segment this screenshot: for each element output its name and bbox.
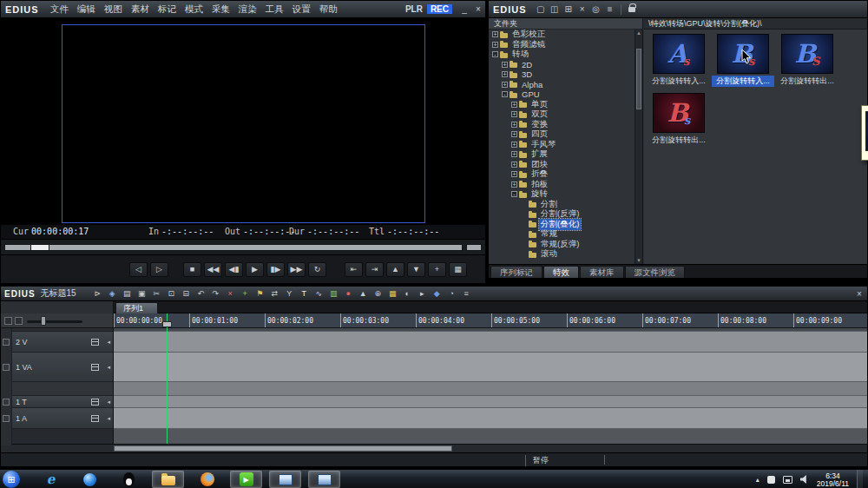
tree-expander-icon[interactable]: + [511, 122, 517, 128]
track-expand-icon[interactable]: ◂ [107, 415, 110, 422]
tree-item[interactable]: + 团块 [489, 160, 635, 170]
audio-track-lane[interactable] [114, 408, 867, 429]
palette-tab[interactable]: 素材库 [580, 266, 624, 278]
track-expand-icon[interactable]: ◂ [107, 339, 110, 346]
tray-app-icon[interactable] [767, 476, 775, 484]
scroll-up-icon[interactable]: ▲ [635, 30, 642, 36]
tree-expander-icon[interactable]: + [511, 142, 517, 148]
timescale-slider-thumb[interactable] [41, 316, 46, 326]
tree-expander-icon[interactable]: - [511, 191, 517, 197]
tree-item[interactable]: 分割(叠化) [489, 220, 635, 230]
effect-thumbnail[interactable]: BS [781, 34, 833, 74]
library-icon[interactable]: ▤ [120, 288, 135, 300]
taskbar-clock[interactable]: 6:34 2019/6/11 [817, 471, 849, 488]
display-mode-button[interactable]: ▦ [449, 262, 467, 277]
track-output-icon[interactable] [91, 415, 99, 422]
menu-item[interactable]: 编辑 [73, 3, 100, 16]
tree-expander-icon[interactable]: + [492, 31, 498, 37]
recorder-mode-button[interactable]: REC [427, 4, 452, 14]
tree-expander-icon[interactable]: + [502, 71, 508, 77]
scrubber-thumb[interactable] [30, 244, 49, 251]
scroll-down-icon[interactable]: ▼ [635, 257, 642, 264]
tree-expander-icon[interactable]: + [511, 162, 517, 168]
jog-mode-button[interactable]: ◁ [129, 262, 148, 277]
next-edit-point-button[interactable]: ▼ [407, 262, 425, 277]
track-output-icon[interactable] [91, 339, 99, 346]
set-in-point-button[interactable]: ⇤ [345, 262, 363, 277]
tree-scrollbar[interactable]: ▲ ▼ [635, 30, 642, 264]
title-track-lane[interactable] [114, 396, 867, 408]
properties-icon[interactable]: ◎ [589, 3, 603, 16]
save-icon[interactable]: ▣ [135, 288, 149, 300]
redo-icon[interactable]: ↷ [208, 288, 223, 300]
tree-expander-icon[interactable]: + [492, 42, 498, 48]
start-button[interactable]: ⊞ [3, 471, 20, 488]
taskbar-firefox[interactable] [191, 471, 223, 488]
menu-item[interactable]: 文件 [46, 3, 73, 16]
video-track-lane[interactable] [114, 332, 867, 353]
palette-tab[interactable]: 特效 [543, 266, 579, 278]
tree-item[interactable]: - GPU [489, 89, 635, 100]
add-clip-icon[interactable]: + [238, 288, 253, 300]
view-mode-icon[interactable]: ◫ [548, 3, 562, 16]
move-up-icon[interactable]: ▲ [356, 288, 371, 300]
track-output-icon[interactable] [91, 399, 99, 406]
timescale-button[interactable] [4, 317, 12, 325]
tree-expander-icon[interactable]: + [511, 181, 517, 188]
tree-item[interactable]: + 变换 [489, 120, 635, 130]
title-icon[interactable]: T [297, 288, 312, 300]
effect-item[interactable]: BS 分割旋转转出... [776, 34, 838, 87]
tree-item[interactable]: + 扩展 [489, 149, 635, 160]
delete-icon[interactable]: × [575, 3, 589, 16]
menu-icon[interactable]: ≡ [459, 288, 474, 300]
tree-item[interactable]: + 折叠 [489, 169, 635, 180]
rewind-button[interactable]: ◀◀ [204, 262, 222, 277]
tree-item[interactable]: + 单页 [489, 100, 635, 110]
previous-frame-button[interactable]: ◀▮ [225, 262, 243, 277]
play-icon[interactable]: ▸ [415, 288, 430, 300]
tree-expander-icon[interactable]: + [511, 111, 517, 117]
effect-icon[interactable]: ◈ [105, 288, 120, 300]
tree-item[interactable]: + 四页 [489, 129, 635, 140]
previous-edit-point-button[interactable]: ▲ [386, 262, 404, 277]
taskbar-qq[interactable] [113, 471, 145, 488]
play-button[interactable]: ▶ [246, 262, 264, 277]
tree-expander-icon[interactable]: + [502, 62, 508, 68]
timescale-slider[interactable] [27, 320, 82, 323]
video-audio-track-lane[interactable] [114, 353, 867, 382]
taskbar-ie[interactable]: e [35, 471, 67, 488]
timeline-horizontal-scrollbar[interactable] [1, 444, 867, 452]
track-expand-icon[interactable]: ◂ [107, 364, 110, 371]
show-desktop-button[interactable] [857, 470, 863, 488]
minimize-icon[interactable]: _ [457, 4, 471, 14]
taskbar-editor[interactable] [269, 471, 301, 488]
tree-item[interactable]: - 转场 [489, 49, 635, 60]
taskbar-explorer[interactable] [152, 471, 184, 488]
tree-item[interactable]: + 双页 [489, 109, 635, 120]
menu-item[interactable]: 素材 [127, 3, 154, 16]
effect-item[interactable]: As 分割旋转转入... [648, 34, 710, 87]
tree-expander-icon[interactable]: + [511, 171, 517, 177]
playhead[interactable] [167, 313, 168, 444]
tree-expander-icon[interactable]: + [502, 82, 508, 88]
insert-clip-button[interactable]: + [428, 262, 446, 277]
track-header-title[interactable]: 1 T ◂ [1, 396, 113, 408]
tree-expander-icon[interactable]: - [492, 51, 498, 57]
menu-item[interactable]: 工具 [261, 3, 288, 16]
audio-mixer-icon[interactable]: ▥ [326, 288, 341, 300]
record-icon[interactable]: ● [341, 288, 356, 300]
track-header-audio[interactable]: 1 A ◂ [1, 408, 113, 429]
menu-item[interactable]: 标记 [154, 3, 181, 16]
thumbnail-view-icon[interactable]: ⊞ [562, 3, 575, 16]
cut-icon[interactable]: ✂ [149, 288, 164, 300]
shu ttle-mode-button[interactable]: ▷ [150, 262, 168, 277]
copy-icon[interactable]: ⊡ [164, 288, 179, 300]
tree-item[interactable]: + Alpha [489, 80, 635, 90]
render-icon[interactable]: ◐ [400, 288, 415, 300]
effect-thumbnail[interactable]: Bs [653, 93, 705, 133]
track-header-video-audio[interactable]: 1 VA ◂ [1, 353, 113, 382]
loop-play-button[interactable]: ↻ [308, 262, 326, 277]
track-height-button[interactable] [15, 317, 23, 325]
tree-item[interactable]: + 拍板 [489, 180, 635, 190]
stop-button[interactable]: ■ [183, 262, 201, 277]
